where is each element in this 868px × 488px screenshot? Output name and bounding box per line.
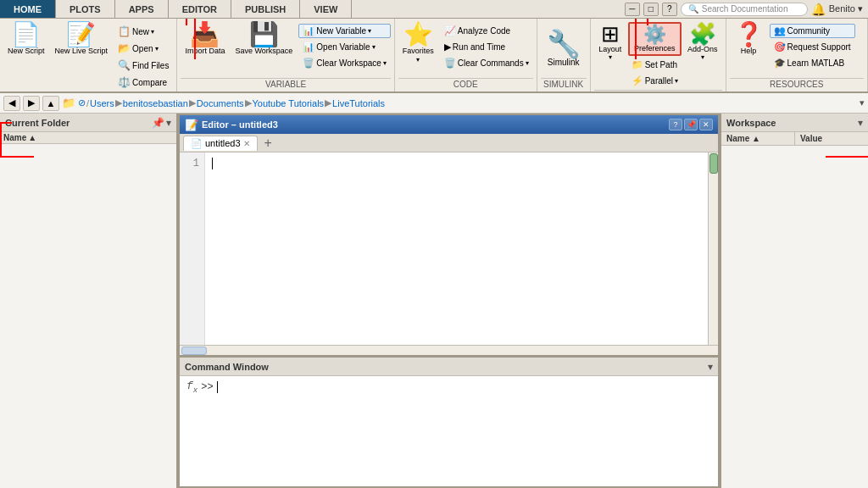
minimize-btn[interactable]: ─ bbox=[625, 3, 640, 16]
preferences-button[interactable]: ⚙️ Preferences bbox=[628, 22, 682, 56]
code-editor[interactable] bbox=[205, 152, 708, 345]
tab-publish[interactable]: PUBLISH bbox=[231, 0, 300, 18]
name-col-header[interactable]: Name bbox=[3, 133, 26, 142]
workspace-panel-header: Workspace ▾ bbox=[721, 114, 868, 132]
editor-titlebar: 📝 Editor – untitled3 ? 📌 ✕ bbox=[180, 115, 718, 134]
analyze-icon: 📈 bbox=[444, 25, 456, 36]
add-ons-button[interactable]: 🧩 Add-Ons ▾ bbox=[683, 20, 722, 64]
new-live-script-button[interactable]: 📝 New Live Script bbox=[51, 20, 113, 58]
maximize-btn[interactable]: □ bbox=[643, 3, 659, 16]
path-live[interactable]: LiveTutorials bbox=[332, 98, 385, 108]
horizontal-scrollbar[interactable] bbox=[180, 345, 718, 355]
folder-panel-pin-icon[interactable]: 📌 bbox=[152, 117, 164, 129]
simulink-icon: 🔧 bbox=[547, 30, 581, 58]
open-dropdown-arrow: ▾ bbox=[155, 45, 159, 53]
path-root[interactable]: ⊘ bbox=[78, 97, 86, 108]
command-prompt: >> bbox=[201, 381, 213, 393]
folder-panel-collapse-btn[interactable]: ▾ bbox=[166, 117, 171, 129]
nav-forward-btn[interactable]: ▶ bbox=[23, 96, 40, 111]
layout-icon: ⊞ bbox=[601, 23, 620, 45]
analyze-code-button[interactable]: 📈 Analyze Code bbox=[440, 24, 533, 38]
search-documentation[interactable]: 🔍 Search Documentation bbox=[681, 3, 808, 16]
request-support-icon: 🎯 bbox=[774, 42, 786, 53]
user-account[interactable]: Benito ▾ bbox=[829, 3, 863, 14]
import-data-icon: 📥 bbox=[190, 23, 220, 47]
run-time-button[interactable]: ▶ Run and Time bbox=[440, 40, 533, 54]
set-path-button[interactable]: 📁 Set Path bbox=[628, 58, 682, 72]
line-numbers: 1 bbox=[180, 152, 205, 345]
help-button[interactable]: ❓ Help bbox=[730, 20, 768, 58]
vertical-scrollbar[interactable] bbox=[708, 152, 718, 345]
path-documents[interactable]: Documents bbox=[197, 98, 244, 108]
editor-tab-add-btn[interactable]: + bbox=[259, 135, 277, 152]
editor-tab-icon: 📄 bbox=[191, 138, 203, 149]
set-path-icon: 📁 bbox=[632, 59, 643, 70]
path-users[interactable]: Users bbox=[90, 98, 114, 108]
editor-close-btn[interactable]: ✕ bbox=[699, 119, 713, 130]
workspace-expand-btn[interactable]: ▾ bbox=[858, 117, 863, 129]
clear-workspace-button[interactable]: 🗑️ Clear Workspace ▾ bbox=[298, 56, 391, 70]
command-content[interactable]: fx >> bbox=[180, 376, 718, 486]
request-support-button[interactable]: 🎯 Request Support bbox=[770, 40, 855, 54]
new-script-icon: 📄 bbox=[11, 23, 41, 47]
open-button[interactable]: 📂 Open ▾ bbox=[114, 41, 173, 56]
favorites-button[interactable]: ⭐ Favorites ▾ bbox=[398, 20, 438, 66]
preferences-icon: ⚙️ bbox=[643, 25, 666, 44]
folder-content-area bbox=[0, 144, 176, 488]
parallel-button[interactable]: ⚡ Parallel ▾ bbox=[628, 74, 682, 88]
layout-button[interactable]: ⊞ Layout ▾ bbox=[594, 20, 626, 64]
ws-name-col[interactable]: Name ▲ bbox=[721, 132, 795, 145]
find-files-button[interactable]: 🔍 Find Files bbox=[114, 58, 173, 73]
simulink-button[interactable]: 🔧 Simulink bbox=[541, 28, 587, 69]
tab-home[interactable]: HOME bbox=[0, 0, 56, 18]
editor-tab-close-icon[interactable]: ✕ bbox=[243, 139, 250, 148]
new-button[interactable]: 📋 New ▾ bbox=[114, 24, 173, 39]
open-variable-button[interactable]: 📊 Open Variable ▾ bbox=[298, 40, 391, 54]
new-variable-icon: 📊 bbox=[303, 25, 314, 36]
path-user[interactable]: benitosebastian bbox=[123, 98, 188, 108]
editor-title-icon: 📝 bbox=[185, 119, 198, 131]
help-icon-top[interactable]: ? bbox=[662, 3, 677, 16]
command-cursor bbox=[217, 381, 218, 393]
tab-view[interactable]: VIEW bbox=[300, 0, 352, 18]
tab-plots[interactable]: PLOTS bbox=[56, 0, 115, 18]
compare-button[interactable]: ⚖️ Compare bbox=[114, 75, 173, 90]
open-variable-icon: 📊 bbox=[303, 42, 314, 53]
open-icon: 📂 bbox=[118, 42, 131, 54]
new-script-button[interactable]: 📄 New Script bbox=[3, 20, 49, 58]
editor-help-btn[interactable]: ? bbox=[669, 119, 682, 130]
learn-matlab-button[interactable]: 🎓 Learn MATLAB bbox=[770, 56, 855, 70]
folder-icon: 📁 bbox=[62, 97, 75, 109]
workspace-content bbox=[721, 146, 868, 488]
community-icon: 👥 bbox=[774, 25, 786, 36]
new-icon: 📋 bbox=[118, 25, 131, 37]
save-workspace-button[interactable]: 💾 Save Workspace bbox=[231, 20, 297, 58]
import-data-button[interactable]: 📥 Import Data bbox=[181, 20, 229, 58]
notification-icon[interactable]: 🔔 bbox=[811, 3, 826, 16]
clear-commands-icon: 🗑️ bbox=[444, 58, 456, 69]
new-dropdown-arrow: ▾ bbox=[151, 28, 154, 36]
path-expand-btn[interactable]: ▾ bbox=[860, 97, 865, 108]
command-window-header: Command Window ▾ bbox=[180, 358, 718, 376]
nav-up-btn[interactable]: ▲ bbox=[42, 96, 59, 111]
new-variable-button[interactable]: 📊 New Variable ▾ bbox=[298, 24, 391, 38]
new-variable-arrow: ▾ bbox=[368, 27, 371, 35]
fx-label: fx bbox=[186, 380, 198, 395]
help-icon: ❓ bbox=[734, 23, 764, 47]
editor-pin-btn[interactable]: 📌 bbox=[684, 119, 698, 130]
compare-icon: ⚖️ bbox=[118, 76, 131, 88]
path-youtube[interactable]: Youtube Tutorials bbox=[253, 98, 325, 108]
breadcrumb: ⊘ / Users ▶ benitosebastian ▶ Documents … bbox=[78, 97, 385, 108]
editor-tab-untitled3[interactable]: 📄 untitled3 ✕ bbox=[183, 136, 258, 151]
clear-commands-button[interactable]: 🗑️ Clear Commands ▾ bbox=[440, 56, 533, 70]
ws-value-col[interactable]: Value bbox=[795, 132, 868, 145]
command-expand-btn[interactable]: ▾ bbox=[708, 361, 713, 373]
tab-editor[interactable]: EDITOR bbox=[169, 0, 231, 18]
community-button[interactable]: 👥 Community bbox=[770, 24, 855, 38]
new-live-icon: 📝 bbox=[66, 23, 96, 47]
nav-back-btn[interactable]: ◀ bbox=[3, 96, 20, 111]
parallel-icon: ⚡ bbox=[632, 75, 643, 86]
save-workspace-icon: 💾 bbox=[249, 23, 279, 47]
learn-matlab-icon: 🎓 bbox=[774, 58, 786, 69]
tab-apps[interactable]: APPS bbox=[115, 0, 169, 18]
